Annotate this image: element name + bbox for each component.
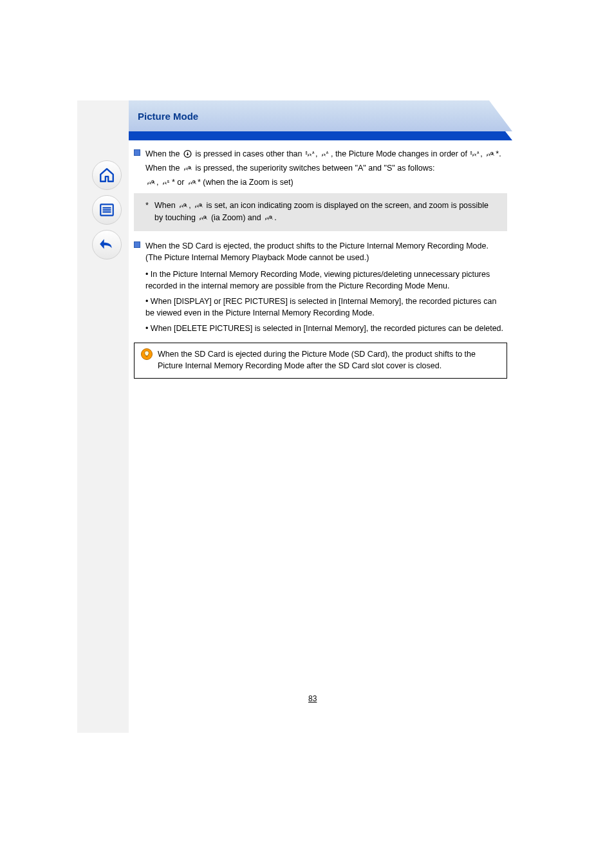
ia-zoom-a-icon: A: [485, 149, 495, 158]
sub-text-2: A, S* or S* (when the ia Zoom is set): [134, 176, 507, 188]
tip-box: When the SD Card is ejected during the P…: [134, 343, 507, 379]
home-icon: [98, 167, 115, 184]
ia-zoom-a-icon-5: A: [194, 201, 203, 210]
back-arrow-icon: [98, 236, 115, 253]
svg-text:S: S: [167, 180, 169, 184]
ia-zoom-s-icon-2: S: [264, 213, 274, 222]
ia-a-icon-2: A: [470, 149, 479, 158]
sub-bullet-3: • When [DELETE PICTURES] is selected in …: [134, 323, 507, 334]
bullet-item-2: When the SD Card is ejected, the product…: [134, 240, 507, 263]
svg-text:A: A: [185, 203, 187, 207]
home-button[interactable]: [92, 160, 122, 190]
ia-zoom-a-icon-6: A: [198, 213, 208, 222]
sub-bullet: • In the Picture Internal Memory Recordi…: [134, 269, 507, 292]
svg-text:A: A: [326, 151, 329, 155]
svg-text:A: A: [153, 180, 154, 184]
svg-text:A: A: [492, 152, 494, 155]
svg-text:S: S: [193, 180, 195, 184]
sub-text: When the A is pressed, the superiority s…: [134, 162, 507, 174]
ia-a-icon: A: [305, 149, 315, 158]
svg-text:A: A: [205, 215, 207, 218]
svg-text:A: A: [477, 151, 479, 155]
sub-bullet-2: • When [DISPLAY] or [REC PICTURES] is se…: [134, 296, 507, 319]
ia-s-icon: S: [162, 178, 171, 187]
ia-zoom-s-icon: S: [187, 178, 197, 187]
body-text-2: When the SD Card is ejected, the product…: [145, 240, 507, 263]
svg-text:A: A: [189, 166, 191, 169]
ia-zoom-a-icon-4: A: [178, 201, 188, 210]
square-bullet-icon: [134, 241, 140, 248]
svg-text:A: A: [312, 151, 315, 155]
contents-button[interactable]: [92, 195, 122, 225]
note-text: When A, A is set, an icon indicating zoo…: [154, 200, 497, 223]
ia-zoom-a-icon-2: A: [183, 164, 192, 173]
banner-title: Picture Mode: [138, 111, 198, 122]
asterisk-marker: *: [145, 200, 154, 223]
svg-text:A: A: [200, 203, 202, 207]
bullet-item: When the is pressed in cases other than …: [134, 148, 507, 160]
note-box: * When A, A is set, an icon indicating z…: [134, 193, 507, 231]
ia-zoom-a-icon-3: A: [146, 178, 156, 187]
lightbulb-icon: [141, 348, 153, 360]
ia-a-alt-icon: A: [321, 149, 330, 158]
square-bullet-icon: [134, 149, 140, 156]
section-banner: Picture Mode: [129, 100, 512, 138]
page-number: 83: [308, 694, 317, 703]
list-icon: [98, 202, 115, 218]
svg-text:S: S: [270, 215, 272, 218]
body-text: When the is pressed in cases other than …: [145, 148, 507, 160]
back-button[interactable]: [92, 230, 122, 259]
nav-icon-group: [92, 160, 124, 265]
zoom-in-circle-icon: [183, 149, 192, 158]
tip-text: When the SD Card is ejected during the P…: [158, 348, 499, 372]
